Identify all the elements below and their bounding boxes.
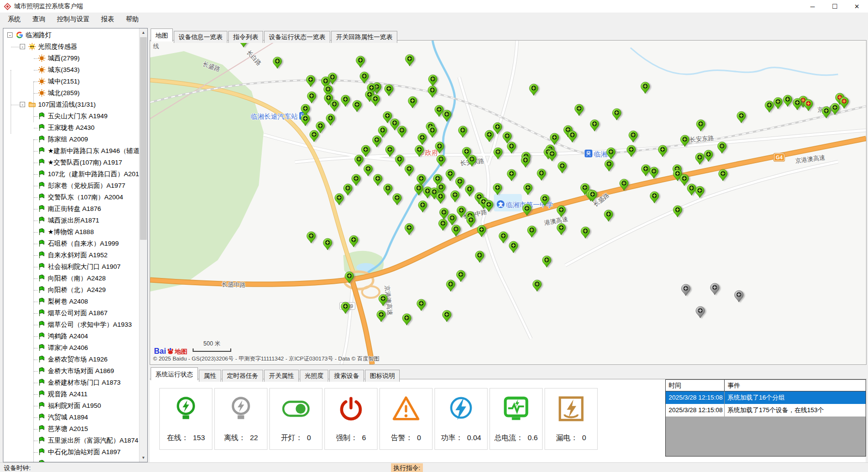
tree-item[interactable]: 社会福利院大门口 A1907 [3,261,139,273]
map-pin-green[interactable] [438,219,448,231]
map-pin-green[interactable] [458,125,467,138]
map-pin-green[interactable] [704,150,713,162]
map-tab-3[interactable]: 设备运行状态一览表 [264,31,330,43]
tree-item[interactable]: -临湘路灯 [3,29,139,41]
map-pin-green[interactable] [360,71,369,84]
tree-expander-icon[interactable]: - [20,102,25,107]
bottom-tab-2[interactable]: 定时器任务 [222,370,263,382]
map-pin-green[interactable] [372,135,381,148]
map-pin-green[interactable] [522,204,532,216]
map-pin-green[interactable] [326,113,335,126]
tree-item[interactable]: 向阳桥（南）A2428 [3,273,139,284]
tree-item[interactable]: 王家珑巷 A2430 [3,122,139,134]
map-pin-green[interactable] [532,279,542,292]
map-pin-green[interactable] [547,149,557,162]
map-pin-red[interactable] [840,97,849,109]
event-row[interactable]: 2025/3/28 12:15:08系统加载了175个设备，在线153个 [666,404,866,416]
tree-item[interactable]: 城北(2859) [3,87,139,99]
map-pin-green[interactable] [428,125,437,138]
map-pin-green[interactable] [466,215,476,228]
map-pin-green[interactable] [408,96,417,109]
map-tab-0[interactable]: 地图 [151,28,173,42]
map-pin-green[interactable] [415,145,424,157]
tree-item[interactable]: 交警队东（107南）A2004 [3,192,139,203]
map-pin-green[interactable] [557,223,566,236]
map-pin-green[interactable] [457,206,466,218]
map-pin-green[interactable] [335,193,344,206]
map-pin-green[interactable] [588,190,597,202]
map-pin-green[interactable] [371,94,380,107]
map-pin-green[interactable] [373,174,382,186]
tree-item[interactable]: 鸿鹤路 A2404 [3,331,139,342]
map-pin-green[interactable] [540,194,549,207]
scroll-up-icon[interactable]: ▲ [140,28,147,37]
map-pin-green[interactable] [417,299,426,311]
menu-item-4[interactable]: 帮助 [120,13,145,26]
map-pin-green[interactable] [301,114,310,126]
event-row[interactable]: 2025/3/28 12:15:08系统加载了16个分组 [666,391,866,404]
map-pin-green[interactable] [402,313,411,326]
tree-item[interactable]: 陈家组 A2009 [3,134,139,145]
map-pin-green[interactable] [414,183,423,196]
map-pin-gray[interactable] [696,306,705,319]
map-pin-green[interactable] [455,177,464,189]
tree-item[interactable]: 107北（建新中路路口西）A2014 [3,168,139,180]
menu-item-3[interactable]: 报表 [96,13,120,26]
map-pin-green[interactable] [364,164,373,177]
map-pin-green[interactable] [397,125,406,138]
map-pin-green[interactable] [830,103,840,115]
map-pin-green[interactable] [418,133,427,145]
map-pin-green[interactable] [475,250,484,263]
map-pin-green[interactable] [385,145,394,157]
tree-item[interactable]: 梨树巷 A2408 [3,296,139,307]
map-pin-green[interactable] [641,82,650,94]
map-pin-green[interactable] [590,119,599,132]
map-pin-green[interactable] [542,255,551,268]
map-pin-green[interactable] [557,205,566,218]
tree-item[interactable]: 城东(3543) [3,64,139,76]
map-pin-green[interactable] [604,159,614,172]
map-pin-red[interactable] [804,99,813,111]
map-pin-green[interactable] [446,279,455,292]
map-pin-green[interactable] [574,104,584,116]
tree-item[interactable]: 观音路 A2411 [3,389,139,400]
tree-item[interactable]: 烟草公司对面 A1867 [3,307,139,319]
map-pin-green[interactable] [493,147,503,160]
map-pin-green[interactable] [383,183,392,196]
scrollbar-thumb[interactable] [140,37,147,240]
map-pin-green[interactable] [619,179,629,191]
bottom-tab-6[interactable]: 图标说明 [365,370,400,382]
map-tab-1[interactable]: 设备信息一览表 [174,31,227,43]
map-pin-green[interactable] [696,119,705,132]
map-pin-green[interactable] [435,141,444,154]
map-pin-green[interactable] [658,145,667,157]
map-pin-green[interactable] [521,155,530,168]
map-pin-green[interactable] [395,154,404,167]
menu-item-0[interactable]: 系统 [2,13,27,26]
map-pin-green[interactable] [428,85,437,98]
tree-item[interactable]: 汽贸城 A1894 [3,412,139,423]
map-pin-green[interactable] [523,183,532,195]
tree-item[interactable]: -107国道沿线(31/31) [3,99,139,111]
map-pin-green[interactable] [384,84,393,97]
map-pin-green[interactable] [673,205,682,218]
bottom-tab-5[interactable]: 搜索设备 [329,370,364,382]
map-pin-green[interactable] [737,111,746,124]
map-pin-green[interactable] [418,200,427,213]
map-pin-green[interactable] [273,56,282,69]
map-tab-4[interactable]: 开关回路属性一览表 [331,31,397,43]
map-pin-green[interactable] [773,97,783,110]
map-pin-green[interactable] [306,75,315,87]
map-pin-green[interactable] [307,231,316,244]
tree-item[interactable] [3,458,139,462]
map-pin-green[interactable] [309,130,319,142]
map-pin-green[interactable] [307,91,316,104]
map-pin-green[interactable] [581,226,590,239]
map-pin-green[interactable] [349,235,358,248]
close-button[interactable]: ✕ [846,0,868,13]
bottom-tab-4[interactable]: 光照度 [300,370,328,382]
tree-expander-icon[interactable]: - [7,32,13,38]
map-pin-green[interactable] [392,193,402,206]
map-pin-gray[interactable] [681,284,690,296]
tree-item[interactable]: 金桥大市场对面 A1869 [3,365,139,377]
